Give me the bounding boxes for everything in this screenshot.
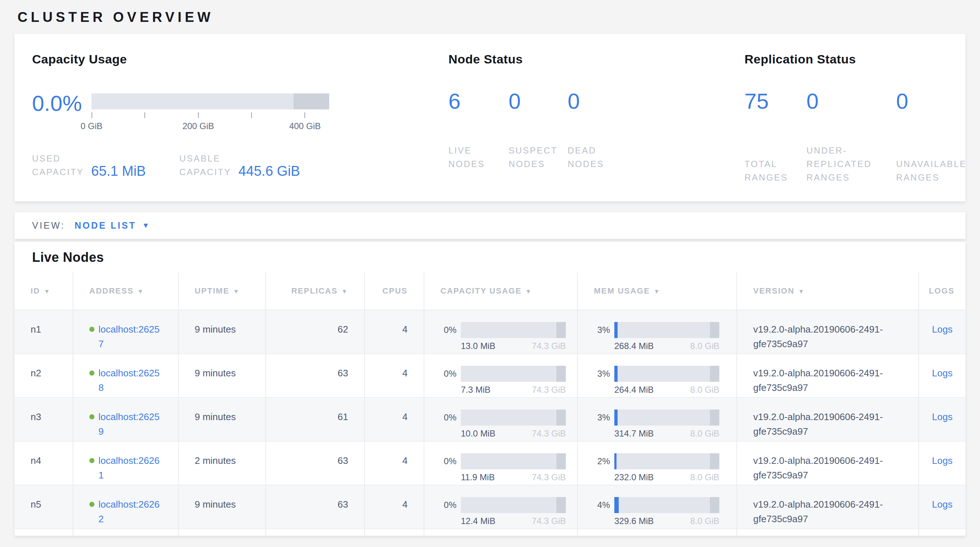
node-id: n1	[14, 310, 73, 354]
capacity-percent: 0%	[441, 454, 457, 468]
mem-bar	[614, 366, 719, 382]
dead-nodes-label: DEAD NODES	[568, 144, 633, 171]
node-address-cell: localhost:26257	[73, 310, 178, 354]
capacity-used: 13.0 MiB	[461, 341, 495, 351]
capacity-bar	[461, 410, 566, 426]
gauge-tick-label: 0 GiB	[81, 121, 102, 131]
mem-used: 232.0 MiB	[614, 472, 654, 483]
gauge-tick	[92, 112, 92, 118]
mem-bar	[614, 497, 719, 513]
logs-link[interactable]: Logs	[932, 455, 952, 466]
column-header-uptime[interactable]: UPTIME▼	[178, 272, 266, 310]
view-selected-value[interactable]: NODE LIST	[75, 220, 136, 231]
capacity-gauge-bar: 0 GiB 200 GiB 400 GiB	[92, 93, 329, 110]
cluster-summary-card: Capacity Usage 0.0% 0 GiB 200 GiB 400 Gi…	[14, 34, 966, 201]
column-header-id[interactable]: ID▼	[14, 272, 73, 310]
used-capacity-label: USED CAPACITY	[32, 152, 88, 179]
node-version: v19.2.0-alpha.20190606-2491-gfe735c9a97	[737, 441, 919, 485]
under-replicated-ranges-count: 0	[807, 91, 896, 129]
mem-bar	[614, 322, 719, 338]
node-address-cell: localhost:26262	[73, 485, 178, 529]
mem-total: 8.0 GiB	[690, 472, 719, 483]
gauge-tick	[251, 112, 252, 118]
capacity-used: 7.3 MiB	[461, 385, 490, 395]
mem-percent: 4%	[594, 498, 610, 512]
logs-link[interactable]: Logs	[932, 367, 952, 378]
mem-percent: 3%	[594, 410, 610, 424]
mem-total: 8.0 GiB	[690, 516, 719, 526]
node-mem-usage-cell: 3% 314.7 MiB 8.0 GiB	[578, 398, 737, 441]
mem-bar-endcap	[710, 322, 719, 338]
node-replicas: 63	[266, 485, 364, 529]
column-header-address[interactable]: ADDRESS▼	[73, 272, 178, 310]
column-header-mem-usage[interactable]: MEM USAGE▼	[578, 272, 737, 310]
node-id: n2	[14, 354, 73, 398]
node-version: v19.2.0-alpha.20190606-2491-gfe735c9a97	[737, 310, 919, 354]
capacity-bar	[461, 497, 566, 513]
capacity-total: 74.3 GiB	[532, 472, 566, 483]
mem-percent: 3%	[594, 323, 610, 337]
node-capacity-usage-cell: 0% 10.0 MiB 74.3 GiB	[424, 398, 578, 441]
mem-bar-fill	[614, 410, 617, 426]
node-uptime: 2 minutes	[178, 441, 266, 485]
node-mem-usage-cell: 3% 264.4 MiB 8.0 GiB	[578, 354, 737, 398]
node-replicas: 63	[266, 354, 364, 398]
node-id: n5	[14, 485, 73, 529]
node-address-cell: localhost:26261	[73, 441, 178, 485]
node-capacity-usage-cell: 0% 12.4 MiB 74.3 GiB	[424, 485, 578, 529]
logs-link[interactable]: Logs	[932, 499, 952, 510]
node-mem-usage-cell: 4% 329.6 MiB 8.0 GiB	[578, 485, 737, 529]
node-address-link[interactable]: localhost:26258	[99, 366, 161, 395]
mem-percent: 3%	[594, 367, 610, 380]
live-nodes-card: Live Nodes ID▼ ADDRESS▼ UPTIME▼ REPLICAS…	[14, 242, 966, 536]
node-version: v19.2.0-alpha.20190606-2491-gfe735c9a97	[737, 354, 919, 398]
column-header-version[interactable]: VERSION▼	[737, 272, 919, 310]
node-logs-cell: Logs	[919, 441, 966, 485]
node-uptime: 9 minutes	[178, 485, 266, 529]
node-logs-cell: Logs	[919, 485, 966, 529]
replication-status-section: Replication Status 75 0 0 TOTAL RANGES U…	[745, 52, 980, 184]
capacity-bar	[461, 366, 566, 382]
mem-percent: 2%	[594, 454, 610, 468]
capacity-used: 12.4 MiB	[461, 516, 495, 526]
mem-bar-fill	[614, 453, 617, 469]
node-cpus: 4	[364, 354, 424, 398]
column-header-capacity-usage[interactable]: CAPACITY USAGE▼	[424, 272, 578, 310]
capacity-bar-endcap	[556, 322, 566, 338]
logs-link[interactable]: Logs	[932, 411, 952, 422]
capacity-used: 10.0 MiB	[461, 428, 495, 439]
node-uptime: 9 minutes	[178, 354, 266, 398]
column-header-logs: LOGS	[919, 272, 966, 310]
table-row-partial	[14, 529, 966, 536]
live-status-dot-icon	[89, 370, 94, 375]
node-replicas: 61	[266, 398, 364, 441]
capacity-percent: 0%	[441, 367, 457, 380]
mem-used: 314.7 MiB	[614, 428, 654, 439]
live-status-dot-icon	[89, 458, 94, 463]
mem-bar-endcap	[710, 453, 719, 469]
capacity-percent: 0.0%	[32, 93, 92, 114]
view-dropdown[interactable]: NODE LIST ▼	[75, 220, 149, 231]
view-selector-bar: VIEW: NODE LIST ▼	[14, 212, 966, 239]
suspect-nodes-count: 0	[509, 91, 568, 129]
logs-link[interactable]: Logs	[932, 324, 952, 335]
column-header-replicas[interactable]: REPLICAS▼	[266, 272, 364, 310]
capacity-percent: 0%	[441, 323, 457, 337]
gauge-tick-label: 400 GiB	[289, 121, 321, 131]
node-logs-cell: Logs	[919, 354, 966, 398]
node-status-section: Node Status 6 0 0 LIVE NODES SUSPECT NOD…	[449, 52, 633, 171]
node-address-link[interactable]: localhost:26262	[99, 497, 161, 526]
capacity-usage-title: Capacity Usage	[32, 52, 329, 66]
node-version: v19.2.0-alpha.20190606-2491-gfe735c9a97	[737, 485, 919, 529]
node-address-link[interactable]: localhost:26261	[99, 453, 161, 483]
node-address-cell: localhost:26258	[73, 354, 178, 398]
capacity-usage-section: Capacity Usage 0.0% 0 GiB 200 GiB 400 Gi…	[32, 52, 329, 179]
cluster-overview-page: CLUSTER OVERVIEW Capacity Usage 0.0% 0 G…	[0, 0, 980, 547]
node-address-link[interactable]: localhost:26259	[99, 410, 161, 439]
chevron-down-icon[interactable]: ▼	[142, 221, 150, 230]
node-mem-usage-cell: 2% 232.0 MiB 8.0 GiB	[578, 441, 737, 485]
node-address-link[interactable]: localhost:26257	[99, 322, 161, 351]
sort-desc-icon: ▼	[798, 288, 805, 295]
capacity-percent: 0%	[441, 410, 457, 424]
mem-bar-fill	[614, 497, 619, 513]
